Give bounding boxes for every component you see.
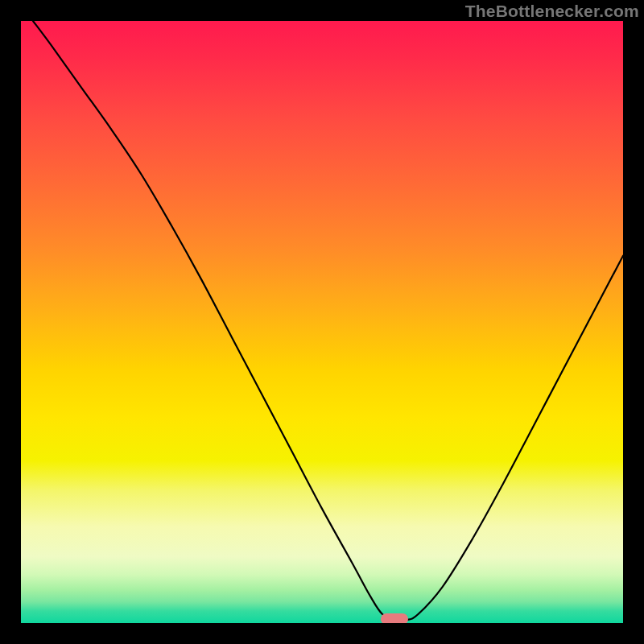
optimal-marker <box>381 613 408 623</box>
watermark-text: TheBottlenecker.com <box>465 2 639 21</box>
chart-frame: TheBottlenecker.com <box>0 0 644 644</box>
bottleneck-curve <box>21 21 623 623</box>
plot-area <box>21 21 623 623</box>
